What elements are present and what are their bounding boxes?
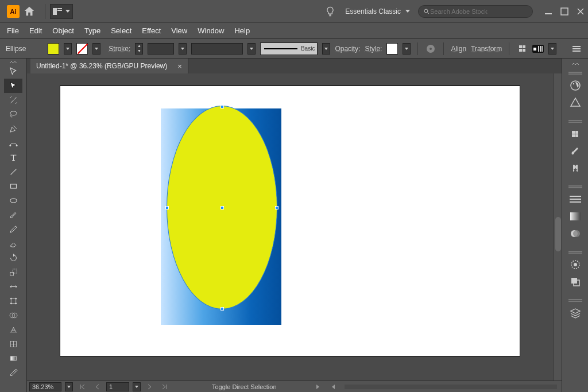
variable-width-dropdown[interactable] bbox=[247, 43, 256, 55]
type-tool[interactable] bbox=[4, 150, 22, 165]
brush-definition[interactable]: Basic bbox=[260, 42, 318, 55]
isolate-button[interactable] bbox=[532, 43, 544, 55]
home-icon[interactable] bbox=[23, 5, 36, 18]
gradient-panel-icon[interactable] bbox=[567, 208, 584, 225]
width-tool[interactable] bbox=[4, 280, 22, 294]
line-segment-tool[interactable] bbox=[4, 165, 22, 179]
horizontal-scrollbar[interactable] bbox=[345, 385, 557, 389]
symbols-panel-icon[interactable] bbox=[567, 160, 584, 177]
vertical-scroll-thumb[interactable] bbox=[555, 217, 561, 251]
vertical-scrollbar[interactable] bbox=[554, 73, 562, 381]
anchor-point-left[interactable] bbox=[165, 206, 169, 209]
fill-dropdown[interactable] bbox=[64, 43, 72, 55]
first-artboard-button[interactable] bbox=[76, 381, 88, 393]
isolate-dropdown[interactable] bbox=[548, 43, 556, 55]
eraser-tool[interactable] bbox=[4, 236, 22, 251]
menu-view[interactable]: View bbox=[171, 26, 187, 35]
stroke-dropdown[interactable] bbox=[92, 43, 100, 55]
curvature-tool[interactable] bbox=[4, 136, 22, 150]
swatches-panel-icon[interactable] bbox=[567, 125, 584, 142]
artboard-index-field[interactable]: 1 bbox=[106, 382, 129, 391]
menu-file[interactable]: File bbox=[7, 26, 19, 35]
pen-tool[interactable] bbox=[4, 122, 22, 136]
prev-artboard-button[interactable] bbox=[91, 381, 103, 393]
stroke-panel-link[interactable]: Stroke: bbox=[109, 45, 130, 53]
panel-grip[interactable] bbox=[567, 296, 584, 303]
graphic-style-dropdown[interactable] bbox=[403, 43, 411, 55]
recolor-artwork-button[interactable] bbox=[425, 43, 436, 55]
tools-collapse-handle[interactable] bbox=[7, 60, 19, 63]
stroke-weight-field[interactable] bbox=[148, 43, 174, 55]
direct-selection-tool[interactable] bbox=[4, 79, 22, 93]
search-stock-field[interactable] bbox=[418, 5, 533, 18]
menu-edit[interactable]: Edit bbox=[29, 26, 42, 35]
menu-select[interactable]: Select bbox=[111, 26, 131, 35]
lasso-tool[interactable] bbox=[4, 107, 22, 122]
perspective-grid-tool[interactable] bbox=[4, 323, 22, 337]
anchor-point-top[interactable] bbox=[220, 105, 224, 108]
graphic-styles-panel-icon[interactable] bbox=[567, 273, 584, 290]
transparency-panel-icon[interactable] bbox=[567, 225, 584, 242]
fill-swatch[interactable] bbox=[48, 43, 59, 55]
scroll-right-button[interactable] bbox=[312, 381, 324, 393]
stroke-weight-dropdown[interactable] bbox=[179, 43, 187, 55]
menu-help[interactable]: Help bbox=[234, 26, 250, 35]
transform-panel-link[interactable]: Transform bbox=[471, 45, 502, 53]
panel-grip[interactable] bbox=[567, 69, 584, 76]
arrange-documents-button[interactable] bbox=[50, 4, 73, 19]
close-tab-button[interactable]: × bbox=[177, 62, 182, 71]
last-artboard-button[interactable] bbox=[159, 381, 171, 393]
zoom-dropdown[interactable] bbox=[65, 382, 73, 391]
center-point[interactable] bbox=[220, 206, 224, 209]
stroke-panel-icon[interactable] bbox=[567, 191, 584, 208]
anchor-point-right[interactable] bbox=[275, 206, 278, 209]
pencil-tool[interactable] bbox=[4, 222, 22, 236]
scale-tool[interactable] bbox=[4, 265, 22, 280]
minimize-button[interactable] bbox=[544, 7, 552, 15]
rectangle-tool[interactable] bbox=[4, 179, 22, 193]
anchor-point-bottom[interactable] bbox=[220, 307, 224, 311]
selection-tool[interactable] bbox=[4, 64, 22, 79]
search-stock-input[interactable] bbox=[430, 8, 522, 15]
menu-window[interactable]: Window bbox=[198, 26, 224, 35]
variable-width-profile[interactable] bbox=[191, 43, 243, 55]
panel-expand-handle[interactable] bbox=[567, 60, 584, 67]
next-artboard-button[interactable] bbox=[144, 381, 156, 393]
canvas[interactable] bbox=[27, 73, 554, 381]
step-down[interactable]: ▼ bbox=[136, 49, 142, 54]
rotate-tool[interactable] bbox=[4, 251, 22, 265]
close-button[interactable] bbox=[577, 7, 585, 15]
stroke-weight-stepper[interactable]: ▲▼ bbox=[135, 43, 143, 55]
magic-wand-tool[interactable] bbox=[4, 93, 22, 107]
gradient-tool[interactable] bbox=[4, 351, 22, 366]
color-guide-panel-icon[interactable] bbox=[567, 94, 584, 111]
align-to-button[interactable] bbox=[516, 43, 528, 55]
step-up[interactable]: ▲ bbox=[136, 44, 142, 49]
panel-grip[interactable] bbox=[567, 183, 584, 189]
menu-effect[interactable]: Effect bbox=[142, 26, 161, 35]
opacity-panel-link[interactable]: Opacity: bbox=[335, 45, 360, 53]
menu-object[interactable]: Object bbox=[52, 26, 74, 35]
eyedropper-tool[interactable] bbox=[4, 366, 22, 380]
scroll-left-button[interactable] bbox=[327, 381, 339, 393]
maximize-button[interactable] bbox=[560, 7, 568, 15]
artboard-dropdown[interactable] bbox=[133, 382, 141, 391]
zoom-level-field[interactable]: 36.23% bbox=[29, 382, 61, 391]
brushes-panel-icon[interactable] bbox=[567, 142, 584, 160]
workspace-switcher[interactable]: Essentials Classic bbox=[342, 7, 413, 15]
mesh-tool[interactable] bbox=[4, 337, 22, 351]
panel-grip[interactable] bbox=[567, 117, 584, 124]
appearance-panel-icon[interactable] bbox=[567, 256, 584, 273]
brush-dropdown[interactable] bbox=[322, 43, 330, 55]
free-transform-tool[interactable] bbox=[4, 294, 22, 308]
panel-grip[interactable] bbox=[567, 248, 584, 255]
document-tab[interactable]: Untitled-1* @ 36.23% (RGB/GPU Preview) × bbox=[30, 59, 188, 73]
discover-icon[interactable] bbox=[324, 6, 336, 17]
ellipse-tool[interactable] bbox=[4, 193, 22, 208]
color-panel-icon[interactable] bbox=[567, 77, 584, 94]
shape-builder-tool[interactable] bbox=[4, 308, 22, 323]
menu-type[interactable]: Type bbox=[84, 26, 100, 35]
layers-panel-icon[interactable] bbox=[567, 304, 584, 321]
paintbrush-tool[interactable] bbox=[4, 208, 22, 222]
graphic-style-swatch[interactable] bbox=[386, 43, 398, 55]
